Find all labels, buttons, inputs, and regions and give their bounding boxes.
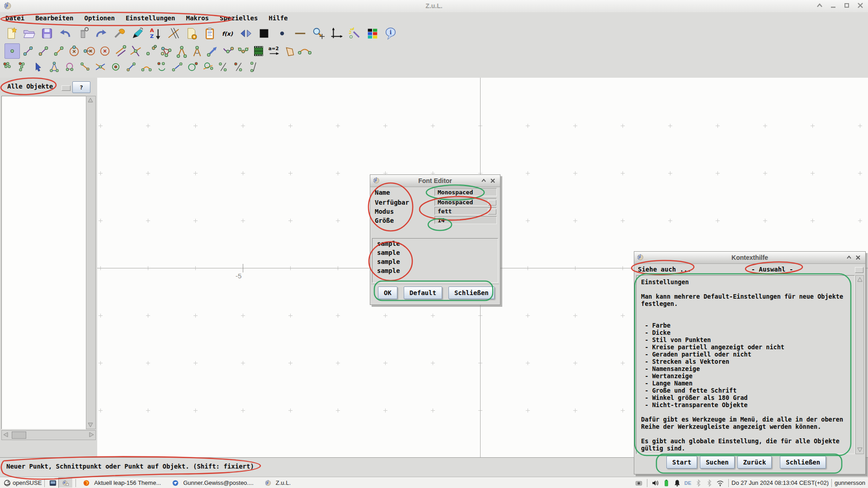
coordinate-axes-icon[interactable] [329, 26, 344, 41]
point-pair-tool-icon[interactable] [144, 44, 158, 58]
show-desktop-icon[interactable] [49, 479, 57, 487]
ray-tool-icon[interactable] [52, 44, 66, 58]
mirror-tool-icon[interactable] [140, 61, 153, 73]
sidebar-horizontal-scrollbar[interactable] [1, 430, 96, 440]
redo-icon[interactable] [94, 26, 108, 41]
objects-list[interactable] [1, 96, 86, 429]
intersection-tool-icon[interactable] [94, 61, 107, 73]
expression-tool-icon[interactable]: a=2 [267, 44, 281, 58]
selection-dropdown[interactable]: - Auswahl - [738, 266, 806, 273]
replay-icon[interactable] [239, 26, 253, 41]
delete-last-icon[interactable] [76, 26, 90, 41]
sidebar-vertical-scrollbar[interactable] [86, 96, 96, 429]
color-palette-icon[interactable] [365, 26, 380, 41]
triangle-macro-icon[interactable] [48, 61, 61, 73]
point-size-icon[interactable] [275, 26, 289, 41]
magic-wand-icon[interactable] [347, 26, 362, 41]
menu-item-makros[interactable]: Makros [180, 12, 214, 24]
close-button[interactable]: Schließen [780, 456, 826, 469]
trace-point-icon[interactable] [17, 61, 30, 73]
circle-tool-icon[interactable] [67, 44, 81, 58]
scroll-left-icon[interactable] [2, 431, 10, 439]
area-tool-icon[interactable] [282, 44, 297, 58]
window-titlebar[interactable]: Z.u.L. [0, 0, 868, 13]
proportion-tool-icon[interactable] [248, 61, 260, 73]
arc-tool-icon[interactable] [221, 44, 235, 58]
tangent-tool-icon[interactable] [202, 61, 214, 73]
fixed-circle-tool-icon[interactable] [98, 44, 112, 58]
menu-item-spezielles[interactable]: Spezielles [214, 12, 263, 24]
point-tool-icon[interactable] [5, 43, 20, 59]
scroll-down-icon[interactable] [856, 446, 864, 454]
menu-item-einstellungen[interactable]: Einstellungen [120, 12, 181, 24]
back-button[interactable]: Zurück [737, 456, 772, 469]
move-objects-icon[interactable] [2, 61, 14, 73]
dropdown-button-icon[interactable] [488, 200, 496, 206]
vector-tool-icon[interactable] [205, 44, 220, 58]
dropdown-button-icon[interactable] [855, 267, 863, 273]
opensuse-logo-icon[interactable] [3, 479, 11, 487]
taskbar-window-z-u-l-[interactable]: Z.u.L. [260, 478, 293, 488]
undo-icon[interactable] [58, 26, 72, 41]
fixed-angle-tool-icon[interactable] [190, 44, 204, 58]
rotate-tool-icon[interactable] [156, 61, 168, 73]
ok-button[interactable]: OK [378, 286, 397, 299]
wifi-icon[interactable] [716, 479, 724, 487]
fixed-segment-tool-icon[interactable] [36, 44, 51, 58]
hide-duplicates-icon[interactable] [166, 26, 181, 41]
menu-item-hilfe[interactable]: Hilfe [263, 12, 293, 24]
save-file-icon[interactable] [40, 26, 54, 41]
sidebar-collapse-button[interactable] [61, 85, 71, 91]
parallel-tool-icon[interactable] [113, 44, 127, 58]
close-icon[interactable] [856, 1, 864, 9]
close-icon[interactable] [854, 254, 862, 261]
conic-tool-icon[interactable] [236, 44, 250, 58]
see-also-button[interactable]: Siehe auch ... [638, 266, 691, 273]
color-black-icon[interactable] [257, 26, 271, 41]
search-button[interactable]: Suchen [700, 456, 735, 469]
dropdown-button-icon[interactable] [488, 209, 496, 215]
polygon-tool-icon[interactable] [159, 44, 174, 58]
context-help-titlebar[interactable]: Kontexthilfe [634, 252, 865, 264]
taskbar-clock[interactable]: Do 27 Jun 2024 08:13:04 CEST(+02) [731, 479, 829, 486]
font-editor-titlebar[interactable]: Font Editor [370, 175, 500, 187]
ratio-tool-icon[interactable] [217, 61, 230, 73]
segment-tool-icon[interactable] [21, 44, 35, 58]
shade-icon[interactable] [845, 254, 853, 261]
screenshot-icon[interactable] [635, 479, 643, 487]
close-button[interactable]: Schließen [448, 286, 495, 299]
animation-tool-icon[interactable] [251, 44, 266, 58]
help-scrollbar[interactable] [855, 275, 864, 454]
taskbar-menu-label[interactable]: openSUSE [13, 479, 42, 486]
default-button[interactable]: Default [404, 286, 442, 299]
circle-locus-icon[interactable] [186, 61, 199, 73]
angle-tool-icon[interactable] [175, 44, 189, 58]
sort-objects-icon[interactable]: AZ [148, 26, 163, 41]
menu-item-bearbeiten[interactable]: Bearbeiten [30, 12, 79, 24]
bluetooth-icon[interactable] [694, 479, 703, 487]
compass-circle-tool-icon[interactable] [82, 44, 97, 58]
function-icon[interactable]: f(x) [221, 26, 235, 41]
new-file-icon[interactable] [4, 26, 18, 41]
delete-object-icon[interactable] [109, 61, 122, 73]
rename-tool-icon[interactable] [125, 61, 137, 73]
scroll-up-icon[interactable] [86, 96, 94, 104]
quadric-tool-icon[interactable] [297, 44, 312, 58]
edit-properties-icon[interactable] [112, 26, 127, 41]
line-thickness-icon[interactable] [293, 26, 307, 41]
scroll-right-icon[interactable] [87, 431, 95, 439]
bluetooth2-icon[interactable] [705, 479, 713, 487]
shade-icon[interactable] [480, 177, 487, 184]
font-size-field[interactable]: 14 [434, 216, 497, 224]
scroll-up-icon[interactable] [856, 276, 864, 284]
divide-segment-icon[interactable] [232, 61, 245, 73]
scroll-down-icon[interactable] [86, 421, 94, 429]
minimize-icon[interactable] [829, 1, 837, 9]
help-text-area[interactable]: Einstellungen Man kann mehrere Default-E… [636, 275, 855, 454]
start-button[interactable]: Start [666, 456, 697, 469]
maximize-icon[interactable] [843, 1, 851, 9]
open-file-icon[interactable] [22, 26, 36, 41]
menu-item-datei[interactable]: Datei [0, 12, 30, 24]
active-window-mini-button[interactable] [58, 478, 73, 488]
menu-item-optionen[interactable]: Optionen [79, 12, 120, 24]
